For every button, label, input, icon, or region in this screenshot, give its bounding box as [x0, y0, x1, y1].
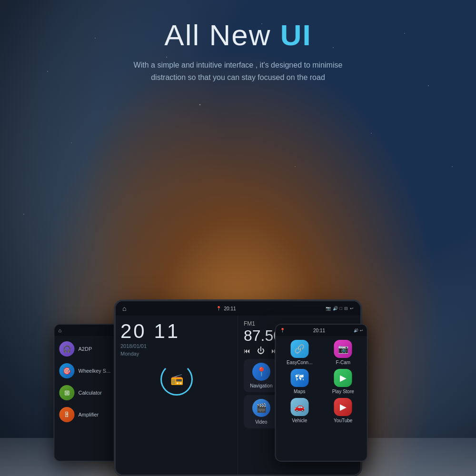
fcam-label: F-Cam	[336, 360, 350, 365]
right-tablet: 📍 20:11 🔊 ↩ 🔗 EasyConn... 📷 F-Cam 🗺 M	[275, 324, 368, 462]
maps-icon: 🗺	[290, 369, 308, 387]
vehicle-label: Vehicle	[292, 418, 307, 423]
subtitle-line1: With a simple and intuitive interface , …	[134, 61, 343, 69]
right-tablet-status-bar: 📍 20:11 🔊 ↩	[276, 325, 367, 336]
youtube-label: YouTube	[334, 418, 352, 423]
clock-time: 20 11	[120, 321, 180, 341]
status-time: 20:11	[224, 306, 236, 311]
subtitle-line2: distraction so that you can stay focused…	[151, 73, 325, 81]
prev-track-icon[interactable]: ⏮	[244, 347, 250, 355]
maps-item[interactable]: 🗺 Maps	[280, 369, 320, 394]
video-label: Video	[255, 419, 267, 425]
fcam-item[interactable]: 📷 F-Cam	[323, 340, 363, 365]
cast-icon: □	[340, 306, 342, 311]
right-sound-icon: 🔊	[354, 328, 358, 333]
sound-status-icon: 🔊	[333, 306, 338, 311]
youtube-icon: ▶	[334, 398, 352, 416]
right-status-time: 20:11	[313, 328, 325, 333]
playstore-icon: ▶	[334, 369, 352, 387]
devices-area: ⌂ ≡ 🎧 A2DP 🎯 Wheelkey S... ⊞ Calculator …	[0, 276, 476, 476]
vehicle-icon: 🚗	[290, 398, 308, 416]
clock-date-value: 2018/01/01	[120, 343, 147, 349]
calculator-icon: ⊞	[60, 385, 75, 400]
radio-circle: 📻	[160, 363, 193, 396]
playstore-label: Play Store	[332, 389, 354, 394]
wheelkey-icon: 🎯	[60, 363, 75, 378]
main-title: All New UI	[0, 19, 476, 51]
right-back-icon: ↩	[360, 328, 363, 333]
home-icon: ⌂	[122, 305, 126, 312]
a2dp-icon: 🎧	[60, 341, 75, 357]
main-status-bar: ⌂ 📍 20:11 📷 🔊 □ ⊟ ↩	[116, 301, 360, 316]
radio-circle-wrapper: 📻	[120, 363, 233, 396]
right-location-icon: 📍	[280, 328, 285, 333]
wheelkey-label: Wheelkey S...	[79, 368, 111, 374]
title-highlight: UI	[280, 19, 312, 51]
power-icon[interactable]: ⏻	[257, 347, 265, 355]
status-icons-right: 📷 🔊 □ ⊟ ↩	[326, 306, 354, 311]
video-app-button[interactable]: 🎬 Video	[244, 395, 279, 428]
camera-status-icon: 📷	[326, 306, 331, 311]
video-icon: 🎬	[252, 399, 270, 417]
clock-display: 20 11 2018/01/01 Monday	[120, 321, 233, 357]
easyconn-label: EasyConn...	[287, 360, 312, 365]
nav-app-button[interactable]: 📍 Navigation	[244, 359, 279, 392]
navigation-label: Navigation	[250, 383, 272, 388]
amplifier-label: Amplifier	[79, 412, 99, 417]
easyconn-icon: 🔗	[290, 340, 308, 358]
clock-minute: 11	[154, 320, 180, 342]
right-app-grid: 🔗 EasyConn... 📷 F-Cam 🗺 Maps ▶ Play Stor…	[280, 340, 363, 423]
radio-display-icon: 📻	[170, 373, 183, 386]
clock-date: 2018/01/01	[120, 343, 147, 349]
clock-hour: 20	[120, 320, 147, 342]
amplifier-icon: 🎚	[60, 407, 75, 422]
right-tablet-screen: 🔗 EasyConn... 📷 F-Cam 🗺 Maps ▶ Play Stor…	[276, 336, 367, 461]
youtube-item[interactable]: ▶ YouTube	[323, 398, 363, 423]
navigation-icon: 📍	[252, 363, 270, 381]
a2dp-label: A2DP	[79, 346, 92, 352]
location-icon: 📍	[216, 306, 221, 311]
easyconn-item[interactable]: 🔗 EasyConn...	[280, 340, 320, 365]
vehicle-item[interactable]: 🚗 Vehicle	[280, 398, 320, 423]
subtitle: With a simple and intuitive interface , …	[0, 59, 476, 83]
header-area: All New UI With a simple and intuitive i…	[0, 19, 476, 83]
calculator-label: Calculator	[79, 390, 102, 396]
left-panel: 20 11 2018/01/01 Monday 📻	[116, 316, 238, 475]
fcam-icon: 📷	[334, 340, 352, 358]
playstore-item[interactable]: ▶ Play Store	[323, 369, 363, 394]
title-plain: All New	[164, 19, 280, 51]
left-home-icon: ⌂	[59, 327, 62, 333]
maps-label: Maps	[294, 389, 305, 394]
back-icon: ↩	[350, 306, 354, 311]
right-status-icons: 🔊 ↩	[354, 328, 363, 333]
clock-day: Monday	[120, 351, 139, 357]
pip-icon: ⊟	[344, 306, 348, 311]
